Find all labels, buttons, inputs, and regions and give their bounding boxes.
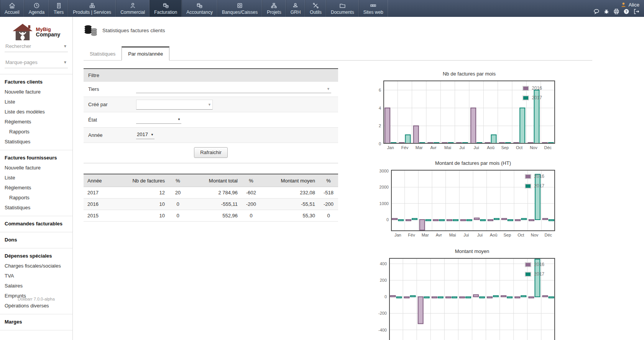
table-cell: -55,51 <box>261 199 319 210</box>
y-axis-tick: 1000 <box>373 201 389 206</box>
nav-item-outils[interactable]: Outils <box>305 0 326 17</box>
bug-button[interactable] <box>603 8 610 16</box>
created-by-label: Créé par <box>88 102 136 107</box>
tiers-label: Tiers <box>88 86 136 92</box>
page-title: Statistiques factures clients <box>84 25 165 36</box>
sidebar-item-nouvelle-facture[interactable]: Nouvelle facture <box>0 163 72 173</box>
sidebar-item-liste[interactable]: Liste <box>0 173 72 183</box>
sidebar-item-op-rations-diverses[interactable]: Opérations diverses <box>0 301 72 311</box>
legend-entry-2017: 2017 <box>525 183 544 189</box>
comment-button[interactable] <box>593 8 600 16</box>
nav-item-label: Banques/Caisses <box>222 10 258 15</box>
sidebar-section-title-marges[interactable]: Marges <box>0 317 72 327</box>
nav-item-produits-services[interactable]: Produits | Services <box>68 0 116 17</box>
sidebar-item-r-glements[interactable]: Règlements <box>0 183 72 193</box>
nav-item-label: Projets <box>267 10 281 15</box>
sidebar-section-title-factures-clients[interactable]: Factures clients <box>0 77 72 87</box>
table-cell: 20 <box>169 187 187 199</box>
y-axis-tick: 0 <box>373 217 389 222</box>
tab-par-mois-annee[interactable]: Par mois/année <box>122 46 169 61</box>
filter-panel: Filtre Tiers ▼ Créé par ▼ État ▼ Année 2… <box>84 68 338 163</box>
filter-header: Filtre <box>84 69 338 82</box>
table-cell: 10 <box>122 199 169 210</box>
column-header-ann-e: Année <box>84 174 122 187</box>
user-menu[interactable]: Alice <box>621 2 639 8</box>
tab-bar: Statistiques Par mois/année <box>84 46 592 61</box>
tab-statistiques[interactable]: Statistiques <box>84 48 122 60</box>
select-arrow-icon: ▼ <box>151 133 154 136</box>
legend-swatch <box>525 174 531 179</box>
y-axis-tick: 6 <box>365 88 381 92</box>
year-link[interactable]: 2016 <box>84 199 122 210</box>
column-header-: % <box>319 174 338 187</box>
tiers-select[interactable]: ▼ <box>136 85 331 93</box>
legend-label: 2016 <box>532 85 542 91</box>
printer-button[interactable] <box>613 8 619 16</box>
table-cell: -518 <box>319 187 338 199</box>
table-row: 2016100-555,11-200-55,51-200 <box>84 199 338 210</box>
nav-item-documents[interactable]: Documents <box>326 0 359 17</box>
sidebar-section-title-factures-fournisseurs[interactable]: Factures fournisseurs <box>0 153 72 163</box>
table-cell: 2 784,96 <box>187 187 242 199</box>
sidebar-item-rapports[interactable]: Rapports <box>0 193 72 203</box>
company-logo[interactable]: MyBig Company <box>0 23 72 41</box>
year-link[interactable]: 2017 <box>84 187 122 199</box>
sidebar-item-charges-fiscales-sociales[interactable]: Charges fiscales/sociales <box>0 261 72 271</box>
nav-item-label: Agenda <box>29 10 44 15</box>
table-cell: 0 <box>242 210 261 222</box>
nav-item-label: Commercial <box>120 10 145 15</box>
sidebar-section-title-dons[interactable]: Dons <box>0 235 72 245</box>
table-cell: 55,30 <box>261 210 319 222</box>
legend-entry-2017: 2017 <box>525 271 544 277</box>
sidebar-section-commandes-facturables: Commandes facturables <box>0 216 72 232</box>
state-select[interactable]: ▼ <box>136 116 181 124</box>
nav-item-accountancy[interactable]: Accountancy <box>182 0 217 17</box>
refresh-button[interactable]: Rafraichir <box>194 147 228 158</box>
y-axis-tick: 3000 <box>373 169 389 173</box>
left-sidebar: MyBig Company Rechercher ▼ Marque-pages … <box>0 17 73 340</box>
sidebar-item-liste-des-mod-les[interactable]: Liste des modèles <box>0 107 72 117</box>
logout-button[interactable] <box>633 8 639 16</box>
sidebar-item-rapports[interactable]: Rapports <box>0 127 72 137</box>
year-link[interactable]: 2015 <box>84 210 122 222</box>
x-axis-tick: Jui <box>459 233 473 237</box>
nav-item-banques-caisses[interactable]: Banques/Caisses <box>217 0 262 17</box>
search-input[interactable]: Rechercher ▼ <box>5 41 68 52</box>
sidebar-item-statistiques[interactable]: Statistiques <box>0 137 72 147</box>
nav-item-projets[interactable]: Projets <box>262 0 286 17</box>
nav-item-label: Sites web <box>363 10 383 15</box>
nav-item-tiers[interactable]: Tiers <box>49 0 68 17</box>
page-title-text: Statistiques factures clients <box>102 28 165 33</box>
company-logo-icon <box>12 23 33 41</box>
x-axis-tick: Oct <box>512 145 526 150</box>
user-name: Alice <box>629 2 639 8</box>
nav-item-label: Produits | Services <box>73 10 111 15</box>
sidebar-item-liste[interactable]: Liste <box>0 97 72 107</box>
sidebar-item-statistiques[interactable]: Statistiques <box>0 203 72 213</box>
sidebar-item-r-glements[interactable]: Règlements <box>0 117 72 127</box>
created-by-select[interactable]: ▼ <box>136 100 213 110</box>
sidebar-item-nouvelle-facture[interactable]: Nouvelle facture <box>0 87 72 97</box>
nav-item-facturation[interactable]: Facturation <box>150 0 182 17</box>
top-right-area: Alice ? <box>589 0 644 17</box>
help-button[interactable]: ? <box>623 8 629 16</box>
nav-item-grh[interactable]: GRH <box>286 0 306 17</box>
bookmarks-input[interactable]: Marque-pages ▼ <box>5 57 68 68</box>
state-label: État <box>88 117 136 123</box>
table-cell: 232,08 <box>261 187 319 199</box>
nav-item-accueil[interactable]: Accueil <box>0 0 24 17</box>
nav-item-sites-web[interactable]: Sites web <box>359 0 388 17</box>
sidebar-section-title-d-penses-sp-ciales[interactable]: Dépenses spéciales <box>0 251 72 261</box>
search-placeholder: Rechercher <box>5 43 31 49</box>
safe-icon <box>237 2 243 9</box>
sidebar-item-salaires[interactable]: Salaires <box>0 281 72 291</box>
sidebar-section-title-commandes-facturables[interactable]: Commandes facturables <box>0 219 72 229</box>
year-select[interactable]: 2017 ▼ <box>136 131 154 139</box>
web-icon <box>370 2 376 9</box>
nav-item-agenda[interactable]: Agenda <box>24 0 49 17</box>
x-axis-tick: Fév <box>398 145 412 150</box>
sidebar-item-tva[interactable]: TVA <box>0 271 72 281</box>
sidebar-section-dons: Dons <box>0 232 72 248</box>
nav-item-commercial[interactable]: Commercial <box>116 0 150 17</box>
x-axis-tick: Mar <box>412 145 426 150</box>
